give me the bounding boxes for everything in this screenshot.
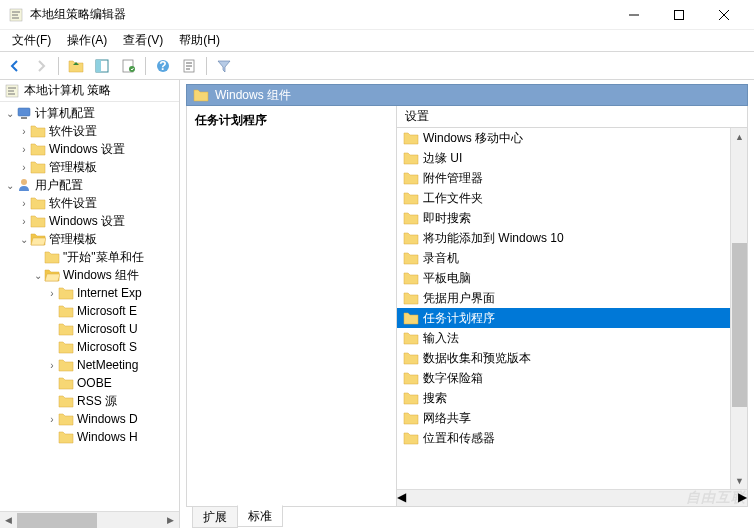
tree-node-win-h[interactable]: Windows H [0,428,179,446]
list-item-label: 搜索 [423,390,447,407]
tree-node-software[interactable]: ›软件设置 [0,194,179,212]
tree-node-computer-config[interactable]: ⌄计算机配置 [0,104,179,122]
tree-node-admin-templates[interactable]: ⌄管理模板 [0,230,179,248]
list-item[interactable]: 附件管理器 [397,168,730,188]
list-item[interactable]: 数据收集和预览版本 [397,348,730,368]
list-item[interactable]: 任务计划程序 [397,308,730,328]
folder-open-icon [44,267,60,283]
title-bar: 本地组策略编辑器 [0,0,754,30]
list-item-label: 边缘 UI [423,150,462,167]
folder-icon [58,339,74,355]
expand-icon[interactable]: › [18,198,30,209]
tree-node-rss[interactable]: RSS 源 [0,392,179,410]
tree-node-windows-settings[interactable]: ›Windows 设置 [0,212,179,230]
help-button[interactable]: ? [152,55,174,77]
window-title: 本地组策略编辑器 [30,6,611,23]
list-vscroll[interactable]: ▲ ▼ [730,128,747,489]
list-item[interactable]: 边缘 UI [397,148,730,168]
collapse-icon[interactable]: ⌄ [32,270,44,281]
list-item[interactable]: 位置和传感器 [397,428,730,448]
scroll-left-icon[interactable]: ◀ [0,512,17,529]
tree-node-ms-u[interactable]: Microsoft U [0,320,179,338]
expand-icon[interactable]: › [18,126,30,137]
tree-node-win-d[interactable]: ›Windows D [0,410,179,428]
collapse-icon[interactable]: ⌄ [18,234,30,245]
tree-node-ms-s[interactable]: Microsoft S [0,338,179,356]
list-item[interactable]: Windows 移动中心 [397,128,730,148]
scroll-right-icon[interactable]: ▶ [738,490,747,506]
scroll-up-icon[interactable]: ▲ [731,128,747,145]
up-button[interactable] [65,55,87,77]
folder-icon [58,411,74,427]
filter-button[interactable] [213,55,235,77]
list-item[interactable]: 工作文件夹 [397,188,730,208]
folder-icon [58,285,74,301]
maximize-button[interactable] [656,1,701,29]
list-item[interactable]: 将功能添加到 Windows 10 [397,228,730,248]
view-tabs: 扩展 标准 [186,506,754,528]
collapse-icon[interactable]: ⌄ [4,108,16,119]
toolbar: ? [0,52,754,80]
scroll-right-icon[interactable]: ▶ [162,512,179,529]
list-item-label: 即时搜索 [423,210,471,227]
list-hscroll[interactable]: ◀ ▶ [397,489,747,506]
list-item[interactable]: 搜索 [397,388,730,408]
expand-icon[interactable]: › [18,162,30,173]
tree-node-user-config[interactable]: ⌄用户配置 [0,176,179,194]
scroll-down-icon[interactable]: ▼ [731,472,747,489]
menu-file[interactable]: 文件(F) [4,30,59,51]
expand-icon[interactable]: › [46,360,58,371]
menu-action[interactable]: 操作(A) [59,30,115,51]
column-header-settings[interactable]: 设置 [397,106,747,128]
options-button[interactable] [178,55,200,77]
list-item[interactable]: 录音机 [397,248,730,268]
list-item-label: 平板电脑 [423,270,471,287]
list-item-label: 数字保险箱 [423,370,483,387]
tab-standard[interactable]: 标准 [237,505,283,527]
close-button[interactable] [701,1,746,29]
scroll-left-icon[interactable]: ◀ [397,490,406,506]
expand-icon[interactable]: › [46,288,58,299]
tree-node-ms-e[interactable]: Microsoft E [0,302,179,320]
folder-icon [403,190,419,206]
tree-node-admin-templates[interactable]: ›管理模板 [0,158,179,176]
tree-node-start-menu[interactable]: "开始"菜单和任 [0,248,179,266]
tab-extended[interactable]: 扩展 [192,506,238,528]
forward-button[interactable] [30,55,52,77]
expand-icon[interactable]: › [18,216,30,227]
folder-open-icon [30,231,46,247]
content-pane: Windows 组件 任务计划程序 设置 Windows 移动中心边缘 UI附件… [180,80,754,528]
folder-icon [58,375,74,391]
back-button[interactable] [4,55,26,77]
details-panel: 任务计划程序 [187,106,397,506]
breadcrumb: 任务计划程序 [195,112,388,129]
list-item[interactable]: 凭据用户界面 [397,288,730,308]
list-item[interactable]: 输入法 [397,328,730,348]
folder-icon [44,249,60,265]
tree-node-software[interactable]: ›软件设置 [0,122,179,140]
menu-view[interactable]: 查看(V) [115,30,171,51]
show-pane-button[interactable] [91,55,113,77]
minimize-button[interactable] [611,1,656,29]
folder-icon [30,123,46,139]
collapse-icon[interactable]: ⌄ [4,180,16,191]
list-item-label: 位置和传感器 [423,430,495,447]
tree-root[interactable]: 本地计算机 策略 [0,80,179,102]
list-item[interactable]: 平板电脑 [397,268,730,288]
list-item[interactable]: 数字保险箱 [397,368,730,388]
list-item[interactable]: 即时搜索 [397,208,730,228]
tree-hscroll[interactable]: ◀ ▶ [0,511,179,528]
tree-node-ie[interactable]: ›Internet Exp [0,284,179,302]
menu-help[interactable]: 帮助(H) [171,30,228,51]
folder-icon [58,393,74,409]
expand-icon[interactable]: › [18,144,30,155]
folder-icon [403,430,419,446]
tree-node-netmeeting[interactable]: ›NetMeeting [0,356,179,374]
tree-node-windows-components[interactable]: ⌄Windows 组件 [0,266,179,284]
list-item[interactable]: 网络共享 [397,408,730,428]
tree-node-oobe[interactable]: OOBE [0,374,179,392]
tree-node-windows-settings[interactable]: ›Windows 设置 [0,140,179,158]
expand-icon[interactable]: › [46,414,58,425]
properties-button[interactable] [117,55,139,77]
tree-root-label: 本地计算机 策略 [24,82,111,99]
